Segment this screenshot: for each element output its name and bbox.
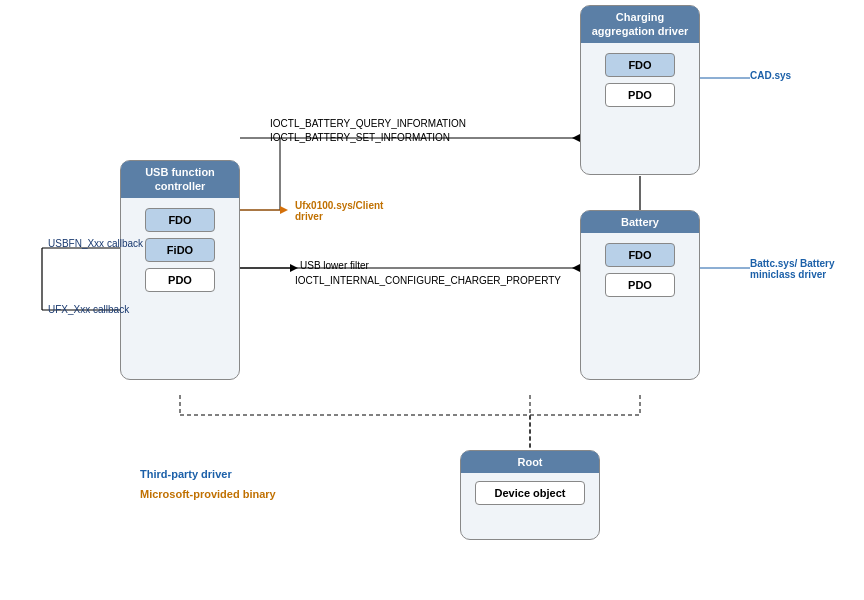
diagram: USB function controller FDO FiDO PDO Cha… [0, 0, 864, 600]
ufx-callback-label: UFX_Xxx callback [48, 304, 129, 315]
bat-fdo-box: FDO [605, 243, 675, 267]
battc-line2: miniclass driver [750, 269, 826, 280]
battc-line1: Battc.sys/ Battery [750, 258, 834, 269]
battc-sys-label: Battc.sys/ Battery miniclass driver [750, 258, 834, 280]
ms-binary-label: Microsoft-provided binary [140, 488, 276, 500]
svg-marker-8 [572, 134, 580, 142]
ioctl-battery2-label: IOCTL_BATTERY_SET_INFORMATION [270, 132, 450, 143]
root-box-title: Root [461, 451, 599, 473]
bat-box-title: Battery [581, 211, 699, 233]
cad-box-title: Charging aggregation driver [581, 6, 699, 43]
ufx-driver: driver [295, 211, 323, 222]
usb-pdo-box: PDO [145, 268, 215, 292]
ioctl-internal-label: IOCTL_INTERNAL_CONFIGURE_CHARGER_PROPERT… [295, 275, 561, 286]
usb-fdo-box: FDO [145, 208, 215, 232]
usbfn-callback-label: USBFN_Xxx callback [48, 238, 143, 249]
ioctl-battery-label: IOCTL_BATTERY_QUERY_INFORMATION [270, 118, 466, 129]
cad-sys-label: CAD.sys [750, 70, 791, 81]
usb-fido-box: FiDO [145, 238, 215, 262]
usb-function-controller-box: USB function controller FDO FiDO PDO [120, 160, 240, 380]
third-party-label: Third-party driver [140, 468, 232, 480]
svg-marker-14 [572, 264, 580, 272]
usb-box-title: USB function controller [121, 161, 239, 198]
svg-marker-10 [280, 206, 288, 214]
cad-fdo-box: FDO [605, 53, 675, 77]
root-box: Root Device object [460, 450, 600, 540]
ufx-client-label: Ufx0100.sys/Client driver [295, 200, 383, 222]
cad-pdo-box: PDO [605, 83, 675, 107]
svg-marker-12 [290, 264, 298, 272]
usb-lower-filter-label: USB lower filter [300, 260, 369, 271]
bat-pdo-box: PDO [605, 273, 675, 297]
cad-box: Charging aggregation driver FDO PDO [580, 5, 700, 175]
ufx-sys: Ufx0100.sys/Client [295, 200, 383, 211]
device-object-box: Device object [475, 481, 585, 505]
battery-box: Battery FDO PDO [580, 210, 700, 380]
